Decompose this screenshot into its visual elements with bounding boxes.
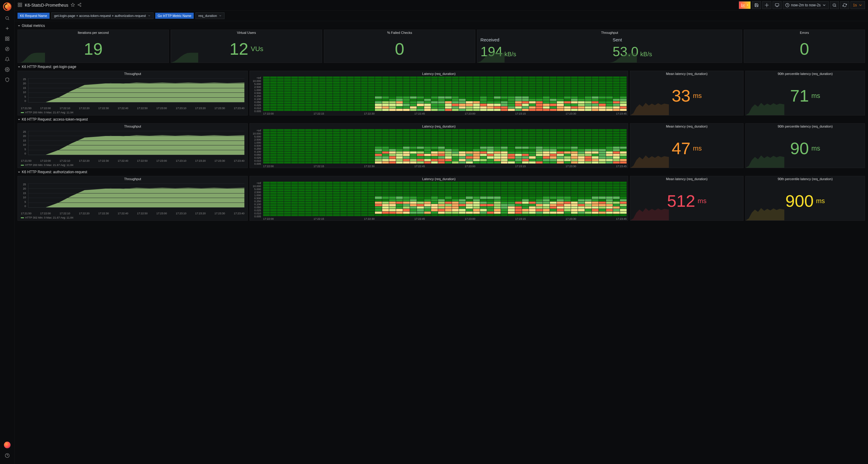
panel-req3-latency[interactable]: Latency (req_duration)+Inf10.0005.0002.5… xyxy=(250,176,628,221)
search-icon[interactable] xyxy=(4,15,10,21)
vus-sparkline xyxy=(171,52,198,63)
monitor-button[interactable] xyxy=(773,1,782,9)
alert-icon[interactable] xyxy=(4,56,10,62)
grafana-logo[interactable] xyxy=(3,2,11,11)
add-panel-button[interactable]: + xyxy=(739,1,751,9)
svg-rect-4 xyxy=(7,39,9,40)
panel-req1-latency[interactable]: Latency (req_duration)+Inf10.0005.0002.5… xyxy=(250,71,628,115)
panel-iterations[interactable]: Iterations per second 19 xyxy=(18,30,169,63)
panel-req2-throughput[interactable]: Throughput252015105017:21:5017:22:0017:2… xyxy=(18,123,248,168)
svg-rect-11 xyxy=(20,5,22,7)
svg-point-13 xyxy=(80,3,81,4)
svg-marker-12 xyxy=(71,3,74,6)
plus-icon[interactable] xyxy=(4,25,10,31)
panel-req3-p90[interactable]: 90th percentile latency (req_duration)90… xyxy=(745,176,865,221)
recv-sparkline xyxy=(477,52,504,63)
row-req2[interactable]: K6 HTTP Request: access-token-request xyxy=(18,115,865,123)
sent-sparkline xyxy=(610,52,637,63)
settings-button[interactable] xyxy=(762,1,771,9)
svg-rect-1 xyxy=(5,37,7,38)
avatar[interactable] xyxy=(4,442,10,448)
iterations-sparkline xyxy=(18,52,45,63)
var-go-value[interactable]: req_duration xyxy=(195,12,224,19)
var-k6-label[interactable]: K6 Request Name xyxy=(18,13,50,19)
star-icon[interactable] xyxy=(71,3,75,8)
panel-req3-throughput[interactable]: Throughput252015105017:21:5017:22:0017:2… xyxy=(18,176,248,221)
svg-rect-3 xyxy=(5,39,7,40)
panel-req2-p90[interactable]: 90th percentile latency (req_duration)90… xyxy=(745,123,865,168)
topbar: K6-StatsD-Prometheus + now-2m to now-2s … xyxy=(14,0,868,10)
panel-req1-mean[interactable]: Mean latency (req_duration)33ms xyxy=(630,71,744,115)
explore-icon[interactable] xyxy=(4,46,10,52)
panel-vus[interactable]: Virtual Users 12VUs xyxy=(171,30,322,63)
panel-req1-p90[interactable]: 90th percentile latency (req_duration)71… xyxy=(745,71,865,115)
svg-point-16 xyxy=(767,4,768,6)
row-req3[interactable]: K6 HTTP Request: authorization-request xyxy=(18,168,865,176)
svg-point-6 xyxy=(7,69,8,70)
row-global[interactable]: Global metrics xyxy=(18,22,865,30)
refresh-interval-button[interactable]: 1s xyxy=(850,1,865,9)
var-k6-value[interactable]: get-login-page + access-token-request + … xyxy=(51,12,153,19)
row-req1[interactable]: K6 HTTP Request: get-login-page xyxy=(18,63,865,71)
shield-icon[interactable] xyxy=(4,77,10,83)
panel-req3-mean[interactable]: Mean latency (req_duration)512ms xyxy=(630,176,744,221)
zoom-out-button[interactable] xyxy=(830,1,839,9)
timepicker-button[interactable]: now-2m to now-2s xyxy=(783,1,829,9)
svg-rect-10 xyxy=(18,5,20,7)
save-button[interactable] xyxy=(752,1,761,9)
panel-req2-latency[interactable]: Latency (req_duration)+Inf10.0005.0002.5… xyxy=(250,123,628,168)
svg-rect-8 xyxy=(18,3,20,4)
svg-point-0 xyxy=(5,17,8,19)
svg-point-15 xyxy=(80,5,81,7)
page-title: K6-StatsD-Prometheus xyxy=(25,3,68,7)
panel-errors[interactable]: Errors 0 xyxy=(744,30,865,63)
panel-req2-mean[interactable]: Mean latency (req_duration)47ms xyxy=(630,123,744,168)
svg-point-14 xyxy=(78,4,79,5)
panel-throughput-global[interactable]: Throughput Received 194kB/s Sent 53.0kB/… xyxy=(477,30,742,63)
help-icon[interactable] xyxy=(4,453,10,459)
panel-req1-throughput[interactable]: Throughput252015105017:21:5017:22:0017:2… xyxy=(18,71,248,115)
svg-point-5 xyxy=(5,47,9,51)
refresh-button[interactable] xyxy=(840,1,849,9)
svg-rect-9 xyxy=(20,3,22,4)
gear-icon[interactable] xyxy=(4,66,10,72)
dashboard-icon[interactable] xyxy=(18,2,22,8)
dashboards-icon[interactable] xyxy=(4,36,10,42)
variable-bar: K6 Request Name get-login-page + access-… xyxy=(14,10,868,21)
var-go-label[interactable]: Go HTTP Metric Name xyxy=(155,13,194,19)
svg-rect-17 xyxy=(775,4,779,6)
share-icon[interactable] xyxy=(78,3,82,8)
panel-failed[interactable]: % Failed Checks 0 xyxy=(324,30,475,63)
sidebar xyxy=(0,0,14,464)
svg-rect-2 xyxy=(7,37,9,38)
